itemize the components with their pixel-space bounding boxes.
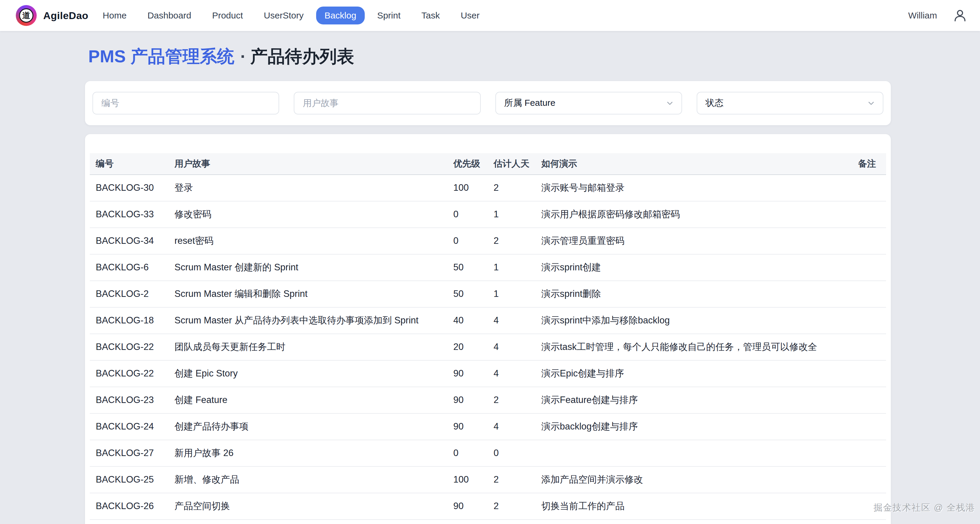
cell-story: 修改密码 [169, 201, 447, 228]
table-row: BACKLOG-6 Scrum Master 创建新的 Sprint 50 1 … [90, 254, 886, 281]
person-icon[interactable] [953, 9, 967, 22]
main-nav: Home Dashboard Product UserStory Backlog… [94, 6, 488, 24]
cell-note [817, 334, 886, 360]
cell-days: 2 [488, 228, 535, 254]
cell-demo: 演示管理员重置密码 [535, 228, 817, 254]
cell-priority: 90 [447, 413, 488, 440]
nav-item[interactable]: UserStory [256, 6, 312, 24]
cell-story: 登录 [169, 175, 447, 201]
cell-demo: 演示Feature创建与排序 [535, 387, 817, 413]
cell-id: BACKLOG-25 [90, 467, 169, 493]
watermark: 掘金技术社区 @ 全栈港 [873, 502, 975, 514]
cell-note [817, 228, 886, 254]
cell-id: BACKLOG-18 [90, 307, 169, 334]
cell-id: BACKLOG-33 [90, 201, 169, 228]
cell-story: 团队成员每天更新任务工时 [169, 334, 447, 360]
cell-story: 产品空间切换 [169, 493, 447, 519]
id-filter-input[interactable] [92, 92, 279, 114]
cell-priority: 90 [447, 493, 488, 519]
nav-item[interactable]: Product [204, 6, 251, 24]
column-header-note: 备注 [817, 153, 886, 175]
cell-story: 新增、修改产品 [169, 467, 447, 493]
cell-note [817, 413, 886, 440]
table-row: BACKLOG-2 Scrum Master 编辑和删除 Sprint 50 1… [90, 281, 886, 307]
table-row: BACKLOG-22 创建 Epic Story 90 4 演示Epic创建与排… [90, 360, 886, 387]
page-title-section: 产品待办列表 [250, 46, 354, 66]
brand-logo[interactable]: 道 [16, 5, 37, 26]
cell-demo: 演示backlog创建与排序 [535, 413, 817, 440]
table-row: BACKLOG-23 创建 Feature 90 2 演示Feature创建与排… [90, 387, 886, 413]
cell-id: BACKLOG-27 [90, 440, 169, 467]
logo-glyph: 道 [19, 8, 33, 23]
cell-id: BACKLOG-30 [90, 175, 169, 201]
table-row: BACKLOG-33 修改密码 0 1 演示用户根据原密码修改邮箱密码 [90, 201, 886, 228]
cell-story: Scrum Master 编辑和删除 Sprint [169, 281, 447, 307]
user-name[interactable]: William [908, 10, 937, 21]
nav-item[interactable]: Home [94, 6, 135, 24]
cell-note [817, 201, 886, 228]
feature-select[interactable]: 所属 Feature [495, 92, 682, 114]
cell-days: 1 [488, 254, 535, 281]
nav-item[interactable]: User [452, 6, 488, 24]
cell-demo [535, 440, 817, 467]
table-row: BACKLOG-22 团队成员每天更新任务工时 20 4 演示task工时管理，… [90, 334, 886, 360]
cell-story: Scrum Master 从产品待办列表中选取待办事项添加到 Sprint [169, 307, 447, 334]
cell-id: BACKLOG-23 [90, 387, 169, 413]
cell-demo: 切换当前工作的产品 [535, 493, 817, 519]
cell-id: BACKLOG-26 [90, 493, 169, 519]
cell-note [817, 467, 886, 493]
cell-note [817, 387, 886, 413]
table-row: BACKLOG-26 产品空间切换 90 2 切换当前工作的产品 [90, 493, 886, 519]
cell-id: BACKLOG-34 [90, 228, 169, 254]
page-title-separator: · [240, 46, 246, 66]
brand-name: AgileDao [43, 10, 88, 21]
cell-id: BACKLOG-22 [90, 360, 169, 387]
cell-demo: 添加产品空间并演示修改 [535, 467, 817, 493]
cell-days: 4 [488, 360, 535, 387]
nav-item[interactable]: Task [413, 6, 448, 24]
cell-demo: 演示账号与邮箱登录 [535, 175, 817, 201]
cell-demo: 演示sprint删除 [535, 281, 817, 307]
cell-days: 4 [488, 307, 535, 334]
nav-item[interactable]: Dashboard [139, 6, 199, 24]
page-title: PMS 产品管理系统·产品待办列表 [88, 46, 980, 67]
cell-priority: 100 [447, 175, 488, 201]
column-header-priority: 优先级 [447, 153, 488, 175]
status-select[interactable]: 状态 [697, 92, 883, 114]
cell-priority: 50 [447, 281, 488, 307]
cell-days: 2 [488, 175, 535, 201]
cell-days: 1 [488, 201, 535, 228]
cell-story: 创建 Epic Story [169, 360, 447, 387]
table-row: BACKLOG-25 新增、修改产品 100 2 添加产品空间并演示修改 [90, 467, 886, 493]
cell-priority: 90 [447, 387, 488, 413]
cell-story: reset密码 [169, 228, 447, 254]
column-header-demo: 如何演示 [535, 153, 817, 175]
table-row: BACKLOG-27 新用户故事 26 0 0 [90, 440, 886, 467]
table-row: BACKLOG-24 创建产品待办事项 90 4 演示backlog创建与排序 [90, 413, 886, 440]
cell-priority: 40 [447, 307, 488, 334]
column-header-id: 编号 [90, 153, 169, 175]
column-header-story: 用户故事 [169, 153, 447, 175]
cell-days: 4 [488, 334, 535, 360]
backlog-table: 编号 用户故事 优先级 估计人天 如何演示 备注 BACKLOG-30 登录 1… [90, 153, 886, 520]
story-filter-input[interactable] [294, 92, 480, 114]
cell-priority: 20 [447, 334, 488, 360]
backlog-table-card: 编号 用户故事 优先级 估计人天 如何演示 备注 BACKLOG-30 登录 1… [85, 134, 891, 524]
cell-story: 新用户故事 26 [169, 440, 447, 467]
column-header-days: 估计人天 [488, 153, 535, 175]
chevron-down-icon [867, 98, 876, 108]
cell-note [817, 360, 886, 387]
cell-priority: 50 [447, 254, 488, 281]
cell-note [817, 440, 886, 467]
nav-item[interactable]: Backlog [316, 6, 365, 24]
cell-priority: 90 [447, 360, 488, 387]
cell-days: 1 [488, 281, 535, 307]
cell-demo: 演示sprint中添加与移除backlog [535, 307, 817, 334]
cell-demo: 演示task工时管理，每个人只能修改自己的任务，管理员可以修改全部 [535, 334, 817, 360]
nav-item[interactable]: Sprint [369, 6, 409, 24]
cell-days: 4 [488, 413, 535, 440]
cell-priority: 0 [447, 440, 488, 467]
table-row: BACKLOG-30 登录 100 2 演示账号与邮箱登录 [90, 175, 886, 201]
cell-days: 2 [488, 387, 535, 413]
cell-id: BACKLOG-24 [90, 413, 169, 440]
